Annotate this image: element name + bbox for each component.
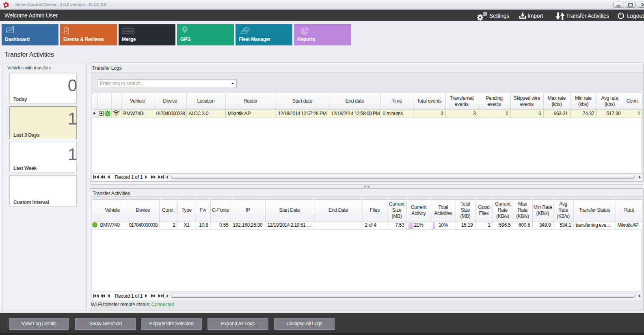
svg-text:MERGE: MERGE xyxy=(123,30,134,33)
